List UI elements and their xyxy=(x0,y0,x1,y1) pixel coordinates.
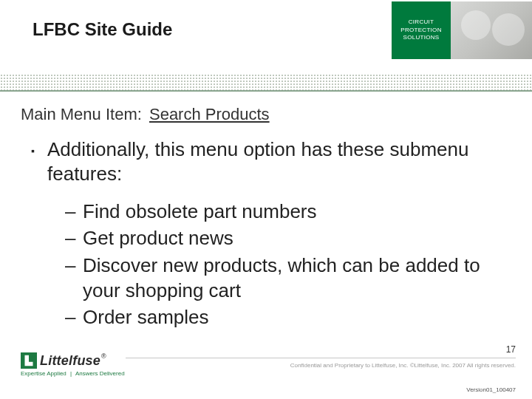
registered-mark: ® xyxy=(101,352,106,360)
list-item-text: Order samples xyxy=(83,304,209,330)
logo-wordmark: Littelfuse xyxy=(40,353,100,369)
slide: LFBC Site Guide CIRCUIT PROTECTION SOLUT… xyxy=(0,0,532,399)
sub-list: – Find obsolete part numbers – Get produ… xyxy=(65,199,504,330)
logo-row: Littelfuse ® xyxy=(21,352,125,369)
tagline-right: Answers Delivered xyxy=(75,370,125,377)
subhead-label: Main Menu Item: xyxy=(21,105,142,123)
brand-block: CIRCUIT PROTECTION SOLUTIONS xyxy=(392,1,532,59)
brand-line: PROTECTION xyxy=(400,27,441,35)
page-number: 17 xyxy=(506,344,516,355)
footer: 17 Littelfuse ® Expertise Applied | Answ… xyxy=(0,340,532,399)
brand-photo xyxy=(451,1,532,59)
body: Main Menu Item: Search Products Addition… xyxy=(0,92,532,330)
brand-line: SOLUTIONS xyxy=(403,34,440,42)
logo: Littelfuse ® Expertise Applied | Answers… xyxy=(21,352,125,377)
list-item: – Get product news xyxy=(65,225,504,250)
dash-icon: – xyxy=(65,225,83,250)
littelfuse-mark-icon xyxy=(21,352,37,369)
list-item: – Order samples xyxy=(65,304,504,330)
brand-green-panel: CIRCUIT PROTECTION SOLUTIONS xyxy=(392,1,451,59)
tagline: Expertise Applied | Answers Delivered xyxy=(21,370,125,377)
bullet-mark-icon xyxy=(31,137,47,185)
legal-text: Confidential and Proprietary to Littelfu… xyxy=(290,362,516,369)
version-text: Version01_100407 xyxy=(466,386,516,393)
subheading: Main Menu Item: Search Products xyxy=(21,105,504,124)
dash-icon: – xyxy=(65,253,83,304)
tagline-left: Expertise Applied xyxy=(21,370,66,377)
list-item: – Find obsolete part numbers xyxy=(65,199,504,224)
list-item: – Discover new products, which can be ad… xyxy=(65,253,504,304)
bullet-level-1: Additionally, this menu option has these… xyxy=(31,137,504,185)
header: LFBC Site Guide CIRCUIT PROTECTION SOLUT… xyxy=(0,0,532,74)
dotted-band xyxy=(0,74,532,90)
bullet-text: Additionally, this menu option has these… xyxy=(47,137,504,185)
dash-icon: – xyxy=(65,304,83,330)
list-item-text: Find obsolete part numbers xyxy=(83,199,317,224)
brand-line: CIRCUIT xyxy=(409,18,434,27)
page-title: LFBC Site Guide xyxy=(33,19,172,40)
list-item-text: Get product news xyxy=(83,225,233,250)
footer-rule xyxy=(126,358,516,358)
subhead-value: Search Products xyxy=(149,105,270,123)
tagline-separator-icon: | xyxy=(70,370,72,377)
list-item-text: Discover new products, which can be adde… xyxy=(83,253,504,304)
dash-icon: – xyxy=(65,199,83,224)
